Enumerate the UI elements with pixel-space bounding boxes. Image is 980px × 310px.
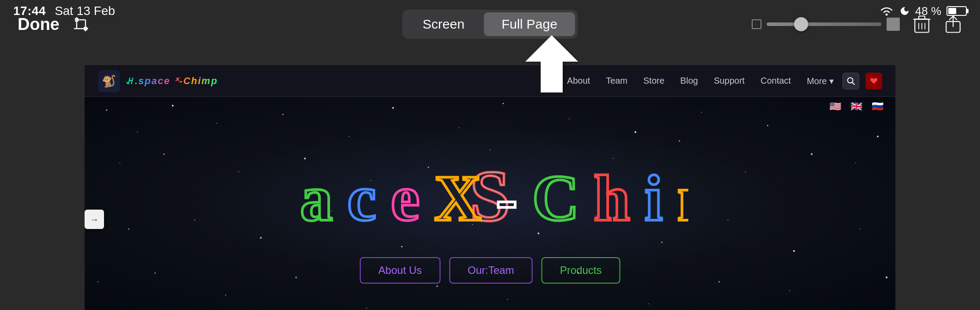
- arrow-svg: [525, 35, 578, 92]
- svg-point-22: [282, 114, 284, 115]
- svg-point-20: [172, 105, 174, 107]
- about-us-button[interactable]: About Us: [360, 257, 441, 284]
- svg-point-59: [155, 273, 156, 274]
- flag-gb[interactable]: 🇬🇧: [847, 100, 865, 113]
- flag-ru[interactable]: 🇷🇺: [868, 100, 887, 113]
- hero-section: →: [85, 97, 895, 310]
- battery-percentage: 48 %: [915, 4, 941, 18]
- svg-line-17: [852, 82, 854, 85]
- svg-point-63: [437, 286, 438, 287]
- svg-point-68: [789, 290, 790, 291]
- nav-support[interactable]: Support: [714, 76, 745, 86]
- our-team-button[interactable]: Our:Team: [449, 257, 532, 284]
- nav-team[interactable]: Team: [606, 76, 627, 86]
- search-icon: [847, 77, 855, 85]
- svg-point-50: [401, 246, 403, 247]
- nav-logo: 🐒 ꃅ.space ˣ-Chimp: [98, 70, 218, 92]
- nav-contact[interactable]: Contact: [761, 76, 791, 86]
- cta-buttons: About Us Our:Team Products: [360, 257, 620, 284]
- svg-point-23: [349, 136, 349, 137]
- svg-point-32: [877, 136, 879, 137]
- svg-point-46: [128, 229, 130, 230]
- screenshot-preview: 🐒 ꃅ.space ˣ-Chimp About Team Store Blog …: [85, 65, 895, 310]
- svg-point-29: [701, 112, 702, 113]
- svg-point-35: [238, 171, 239, 172]
- svg-point-57: [860, 229, 861, 229]
- svg-point-25: [459, 127, 460, 128]
- heart-icon: [870, 77, 878, 85]
- nav-menu: About Team Store Blog Support Contact Mo…: [567, 76, 834, 86]
- website-navbar: 🐒 ꃅ.space ˣ-Chimp About Team Store Blog …: [85, 65, 895, 97]
- battery-icon: [947, 6, 967, 16]
- carousel-prev-button[interactable]: →: [85, 210, 104, 229]
- svg-point-28: [635, 131, 636, 133]
- zoom-slider[interactable]: [767, 22, 881, 26]
- nav-heart-button[interactable]: [865, 73, 882, 89]
- tutorial-arrow: [525, 35, 578, 88]
- svg-point-69: [886, 277, 887, 278]
- flag-us[interactable]: 🇺🇸: [826, 100, 844, 113]
- svg-point-34: [163, 154, 165, 155]
- status-time: 17:44: [13, 4, 46, 18]
- svg-point-43: [745, 171, 746, 172]
- logo-chimp-icon: 🐒: [99, 71, 119, 91]
- status-date: Sat 13 Feb: [55, 4, 115, 18]
- svg-point-54: [661, 242, 663, 243]
- nav-icons: [843, 73, 882, 89]
- svg-point-21: [216, 123, 217, 124]
- nav-store[interactable]: Store: [643, 76, 664, 86]
- nav-more[interactable]: More ▾: [807, 76, 834, 86]
- svg-point-48: [260, 237, 262, 239]
- svg-point-62: [366, 308, 367, 309]
- svg-point-0: [885, 14, 887, 16]
- hero-title-svg: S S S p a c e X - C h i m p: [292, 141, 688, 238]
- svg-point-60: [225, 295, 226, 295]
- moon-icon: [899, 6, 910, 16]
- arrow-icon: →: [90, 214, 99, 225]
- svg-point-18: [106, 110, 108, 111]
- status-right: 48 %: [879, 4, 967, 18]
- flag-row: 🇺🇸 🇬🇧 🇷🇺: [826, 100, 887, 113]
- svg-point-45: [855, 162, 856, 163]
- status-bar: 17:44 Sat 13 Feb 48 %: [0, 0, 980, 22]
- nav-blog[interactable]: Blog: [680, 76, 698, 86]
- svg-point-47: [194, 220, 195, 221]
- svg-point-55: [728, 220, 728, 221]
- website-frame: 🐒 ꃅ.space ˣ-Chimp About Team Store Blog …: [85, 65, 895, 310]
- svg-point-44: [811, 153, 813, 155]
- svg-point-61: [295, 277, 297, 278]
- svg-point-19: [137, 132, 138, 133]
- svg-point-27: [569, 118, 570, 119]
- svg-point-64: [507, 299, 508, 300]
- svg-point-33: [119, 162, 120, 163]
- svg-point-56: [793, 250, 795, 252]
- svg-point-67: [719, 281, 720, 283]
- svg-point-26: [503, 103, 504, 104]
- nav-logo-text: ꃅ.space ˣ-Chimp: [124, 75, 218, 87]
- wifi-icon: [879, 5, 894, 17]
- nav-search-button[interactable]: [843, 73, 859, 89]
- svg-point-30: [767, 125, 768, 126]
- products-button[interactable]: Products: [542, 257, 620, 284]
- svg-point-24: [392, 107, 394, 109]
- nav-logo-image: 🐒: [98, 70, 120, 92]
- svg-point-58: [97, 281, 98, 282]
- svg-marker-15: [525, 35, 578, 92]
- svg-point-66: [648, 303, 649, 304]
